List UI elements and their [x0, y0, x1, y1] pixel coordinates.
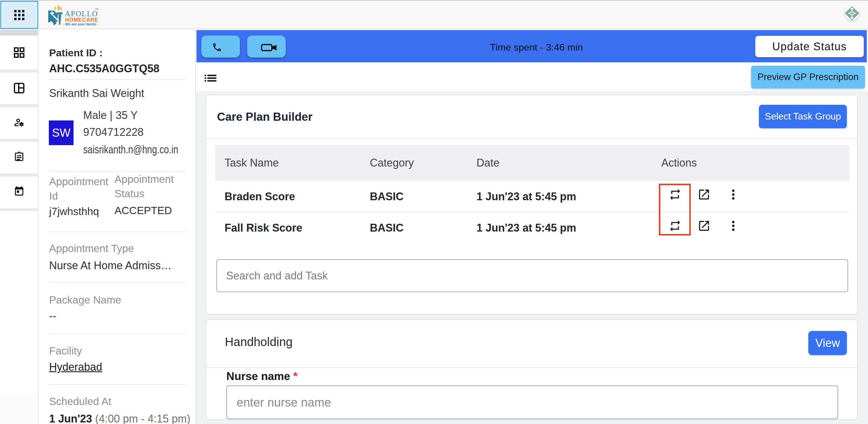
svg-text:TM: TM [95, 8, 98, 10]
svg-text:APOLLO: APOLLO [65, 10, 98, 18]
svg-text:—We are your family—: —We are your family— [61, 22, 98, 26]
svg-text:HOMECARE: HOMECARE [65, 17, 98, 23]
